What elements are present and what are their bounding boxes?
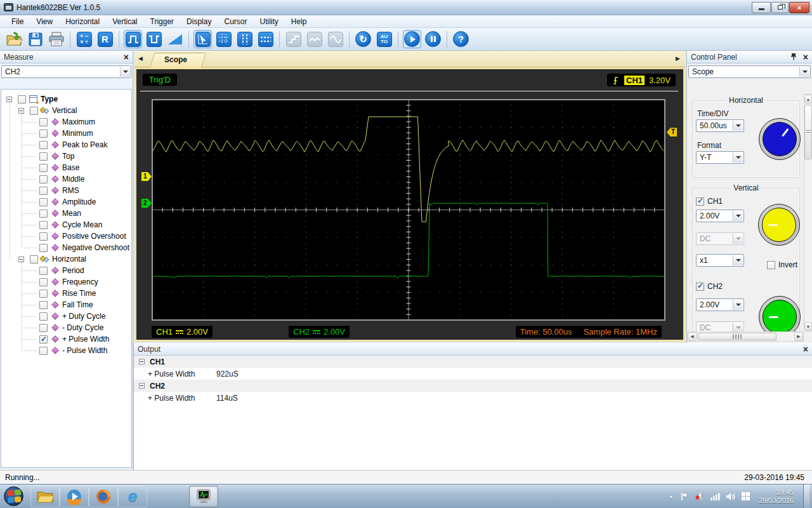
volume-icon[interactable] [726,492,735,501]
checkbox-horizontal[interactable] [30,255,38,264]
tree-item-fall-time[interactable]: Fall Time [1,299,131,311]
tree-item-amplitude[interactable]: Amplitude [1,196,131,208]
taskbar-media-player-button[interactable] [60,486,89,507]
pause-button[interactable] [424,30,442,48]
vertical-cursors-button[interactable] [235,30,254,48]
tree-item-minimum[interactable]: Minimum [1,128,131,139]
checkbox-cycle-mean[interactable] [39,221,48,229]
tree-item-top[interactable]: Top [1,150,131,162]
checkbox-rise-time[interactable] [39,290,48,298]
output-group-ch2[interactable]: CH2 [134,380,812,392]
ch2-reference-marker[interactable]: 2 [141,199,152,208]
tree-item-peak-to-peak[interactable]: Peak to Peak [1,139,131,150]
checkbox-negative-overshoot[interactable] [39,244,48,252]
action-center-flag-icon[interactable] [680,492,689,501]
tree-item-negative-overshoot[interactable]: Negative Overshoot [1,242,131,253]
trigger-level-marker[interactable]: T [667,128,677,137]
checkbox-vertical[interactable] [30,107,38,115]
scrollbar-thumb[interactable] [804,105,812,159]
taskbar-explorer-button[interactable] [30,486,60,507]
tree-item-frequency[interactable]: Frequency [1,276,131,288]
checkbox-period[interactable] [39,267,48,275]
tree-item-rms[interactable]: RMS [1,185,131,196]
ch1-reference-marker[interactable]: 1 [141,172,152,181]
taskbar-clock[interactable]: 19:45 29/03/2016 [759,488,794,505]
control-horizontal-scrollbar[interactable]: ◀ ▶ [687,331,804,342]
checkbox-base[interactable] [39,164,48,172]
ch1-invert-checkbox[interactable]: Invert [767,260,797,269]
scrollbar-thumb[interactable] [698,333,776,340]
time-div-select[interactable]: 50.00us [696,119,744,132]
negative-pulse-button[interactable] [145,30,163,48]
ch2-enable-checkbox[interactable]: CH2 [696,282,723,291]
checkbox-type[interactable] [18,95,26,104]
tree-item-maximum[interactable]: Maximum [1,116,131,128]
checkbox--pulse-width[interactable] [39,335,48,344]
tree-item-positive-overshoot[interactable]: Positive Overshoot [1,231,131,242]
ramp-button[interactable] [166,30,184,48]
ch2-volts-select[interactable]: 2.00V [696,298,744,311]
menu-horizontal[interactable]: Horizontal [59,16,106,27]
reference-button[interactable]: R [96,30,114,48]
tree-item-period[interactable]: Period [1,265,131,276]
ch1-position-knob[interactable] [758,204,800,246]
horizontal-position-knob[interactable] [759,118,801,160]
checkbox-top[interactable] [39,152,48,161]
taskbar-firefox-button[interactable] [89,486,118,507]
cursor-measure-button[interactable] [193,30,212,48]
help-button[interactable]: ? [452,30,470,48]
checkbox--pulse-width[interactable] [39,347,48,355]
scroll-right-icon[interactable]: ▶ [794,332,803,341]
menu-view[interactable]: View [30,16,59,27]
format-select[interactable]: Y-T [696,151,744,164]
windows-update-icon[interactable] [741,491,750,501]
minimize-button[interactable] [752,2,771,13]
checkbox-rms[interactable] [39,187,48,195]
taskbar-internet-explorer-button[interactable]: e [118,486,147,507]
control-vertical-scrollbar[interactable]: ▲ ▼ [804,94,812,331]
tree-item-cycle-mean[interactable]: Cycle Mean [1,219,131,231]
checkbox-fall-time[interactable] [39,301,48,309]
save-button[interactable] [26,30,44,48]
checkbox-amplitude[interactable] [39,198,48,206]
tree-item--duty-cycle[interactable]: + Duty Cycle [1,311,131,322]
taskbar-hantek-button[interactable] [189,486,218,507]
collapse-icon[interactable] [139,383,145,389]
tab-scroll-left-icon[interactable]: ◀ [138,55,143,62]
start-button[interactable] [403,30,421,48]
restore-button[interactable] [771,2,789,13]
print-button[interactable] [47,30,65,48]
tab-scope[interactable]: Scope [150,53,202,67]
checkbox-peak-to-peak[interactable] [39,141,48,149]
checkbox-middle[interactable] [39,175,48,184]
ch1-enable-checkbox[interactable]: CH1 [696,197,723,206]
auto-set-button[interactable]: AUTO [375,30,393,48]
tree-item-base[interactable]: Base [1,162,131,173]
menu-vertical[interactable]: Vertical [106,16,143,27]
close-button[interactable]: × [789,2,809,13]
ch1-volts-select[interactable]: 2.00V [696,210,744,222]
pin-icon[interactable] [790,53,797,61]
collapse-icon[interactable] [139,359,145,364]
tree-item-mean[interactable]: Mean [1,208,131,219]
tree-item--pulse-width[interactable]: + Pulse Width [1,333,131,345]
show-desktop-button[interactable] [803,485,809,508]
checkbox--duty-cycle[interactable] [39,324,48,332]
grid-button[interactable] [214,30,233,48]
menu-help[interactable]: Help [285,16,313,27]
scroll-left-icon[interactable]: ◀ [688,332,697,341]
tree-item-vertical[interactable]: Vertical [1,105,131,116]
menu-display[interactable]: Display [180,16,218,27]
open-button[interactable] [5,30,23,48]
tree-item-type[interactable]: Type [1,93,131,105]
checkbox-mean[interactable] [39,210,48,218]
refresh-button[interactable]: ↻ [354,30,372,48]
power-plug-icon[interactable] [695,492,704,501]
measure-channel-select[interactable]: CH2 [1,65,131,78]
tab-scroll-right-icon[interactable]: ▶ [676,55,680,62]
scroll-down-icon[interactable]: ▼ [804,322,812,331]
menu-file[interactable]: File [5,16,30,27]
control-close-icon[interactable]: × [803,53,808,61]
menu-cursor[interactable]: Cursor [218,16,253,27]
network-signal-icon[interactable] [710,492,720,500]
